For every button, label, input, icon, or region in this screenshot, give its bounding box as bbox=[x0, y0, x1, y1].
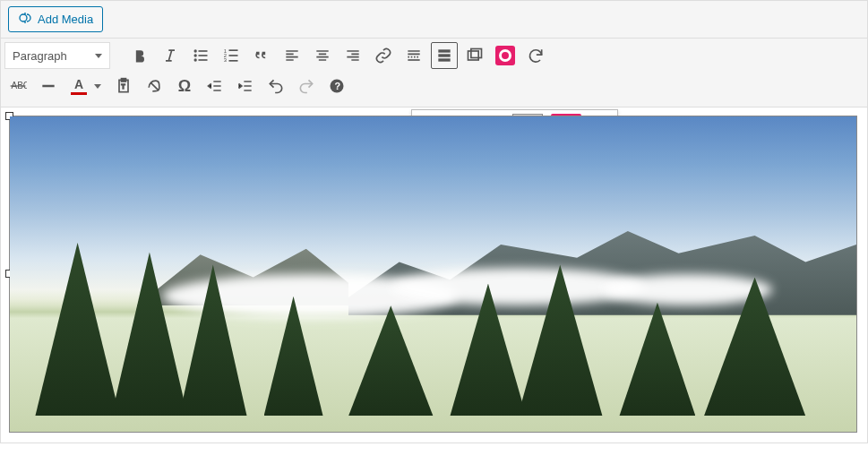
media-icon bbox=[18, 11, 32, 28]
svg-point-2 bbox=[194, 54, 197, 56]
svg-rect-10 bbox=[229, 49, 238, 51]
editor-toolbar: Paragraph 123 ABC A T Ω ? bbox=[0, 39, 868, 107]
gallery-icon[interactable] bbox=[461, 42, 488, 69]
svg-rect-17 bbox=[471, 49, 482, 58]
svg-rect-11 bbox=[229, 55, 238, 56]
svg-rect-6 bbox=[199, 59, 208, 61]
align-left-icon[interactable] bbox=[279, 42, 305, 69]
toolbar-toggle-icon[interactable] bbox=[431, 42, 458, 69]
special-char-icon[interactable]: Ω bbox=[171, 73, 198, 99]
svg-rect-15 bbox=[438, 58, 450, 61]
add-media-button[interactable]: Add Media bbox=[8, 6, 103, 32]
undo-icon[interactable] bbox=[262, 73, 289, 99]
italic-icon[interactable] bbox=[157, 42, 184, 69]
hr-icon[interactable] bbox=[35, 73, 62, 99]
svg-text:?: ? bbox=[335, 81, 341, 91]
strikethrough-icon[interactable]: ABC bbox=[4, 73, 31, 99]
read-more-icon[interactable] bbox=[400, 42, 427, 69]
selected-image[interactable] bbox=[10, 116, 856, 432]
svg-point-0 bbox=[20, 14, 27, 21]
media-bar: Add Media bbox=[0, 0, 868, 39]
indent-icon[interactable] bbox=[232, 73, 259, 99]
svg-text:3: 3 bbox=[224, 57, 227, 63]
format-select-label: Paragraph bbox=[13, 49, 67, 63]
align-center-icon[interactable] bbox=[309, 42, 336, 69]
bold-icon[interactable] bbox=[126, 42, 153, 69]
text-color-icon[interactable]: A bbox=[65, 73, 92, 99]
clear-formatting-icon[interactable] bbox=[141, 73, 168, 99]
blockquote-icon[interactable] bbox=[248, 42, 275, 69]
format-select[interactable]: Paragraph bbox=[4, 42, 110, 69]
svg-rect-5 bbox=[199, 55, 208, 56]
svg-rect-12 bbox=[229, 60, 238, 62]
add-media-label: Add Media bbox=[38, 13, 93, 26]
numbered-list-icon[interactable]: 123 bbox=[218, 42, 245, 69]
svg-text:T: T bbox=[122, 83, 125, 90]
svg-rect-4 bbox=[199, 50, 208, 52]
align-right-icon[interactable] bbox=[339, 42, 366, 69]
toolbar-row-1: Paragraph 123 bbox=[4, 42, 864, 69]
redo-icon[interactable] bbox=[293, 73, 320, 99]
editor-content[interactable]: Edit bbox=[0, 107, 868, 443]
outdent-icon[interactable] bbox=[202, 73, 228, 99]
toolbar-row-2: ABC A T Ω ? bbox=[4, 73, 864, 99]
landscape-image bbox=[10, 116, 856, 432]
svg-point-3 bbox=[194, 58, 197, 61]
text-color-chevron-icon[interactable] bbox=[94, 84, 101, 89]
svg-rect-16 bbox=[468, 51, 479, 60]
paste-text-icon[interactable]: T bbox=[110, 73, 137, 99]
link-icon[interactable] bbox=[370, 42, 397, 69]
help-icon[interactable]: ? bbox=[323, 73, 350, 99]
svg-rect-14 bbox=[438, 54, 450, 56]
svg-rect-13 bbox=[438, 49, 450, 52]
record-icon[interactable] bbox=[492, 42, 519, 69]
svg-rect-21 bbox=[122, 79, 126, 82]
chevron-down-icon bbox=[95, 54, 102, 58]
refresh-icon[interactable] bbox=[522, 42, 549, 69]
svg-point-1 bbox=[194, 49, 197, 52]
bulleted-list-icon[interactable] bbox=[187, 42, 214, 69]
